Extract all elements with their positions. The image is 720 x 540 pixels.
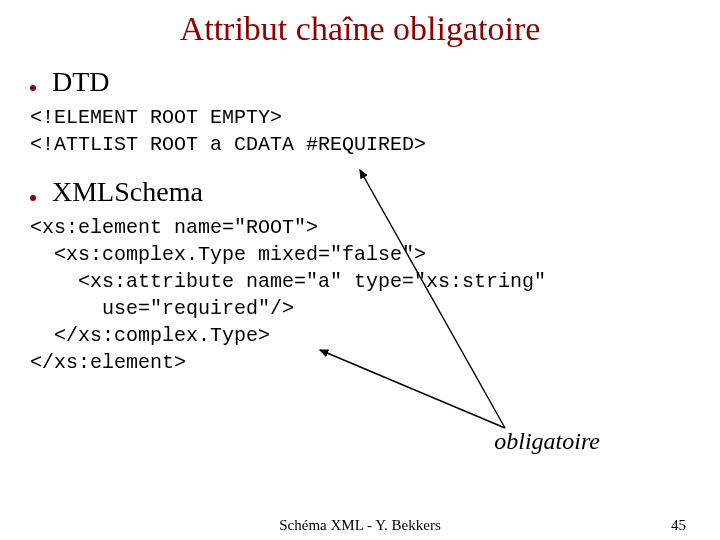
bullet-dtd: DTD — [30, 66, 720, 98]
bullet-dot-icon — [30, 85, 36, 91]
footer-text: Schéma XML - Y. Bekkers — [0, 517, 720, 534]
bullet-dot-icon — [30, 195, 36, 201]
bullet-dtd-label: DTD — [52, 66, 110, 98]
page-number: 45 — [671, 517, 686, 534]
bullet-xmlschema-label: XMLSchema — [52, 176, 203, 208]
code-dtd: <!ELEMENT ROOT EMPTY> <!ATTLIST ROOT a C… — [30, 104, 720, 158]
annotation-obligatoire: obligatoire — [494, 428, 600, 455]
code-xmlschema: <xs:element name="ROOT"> <xs:complex.Typ… — [30, 214, 720, 376]
slide-title: Attribut chaîne obligatoire — [0, 10, 720, 48]
bullet-xmlschema: XMLSchema — [30, 176, 720, 208]
